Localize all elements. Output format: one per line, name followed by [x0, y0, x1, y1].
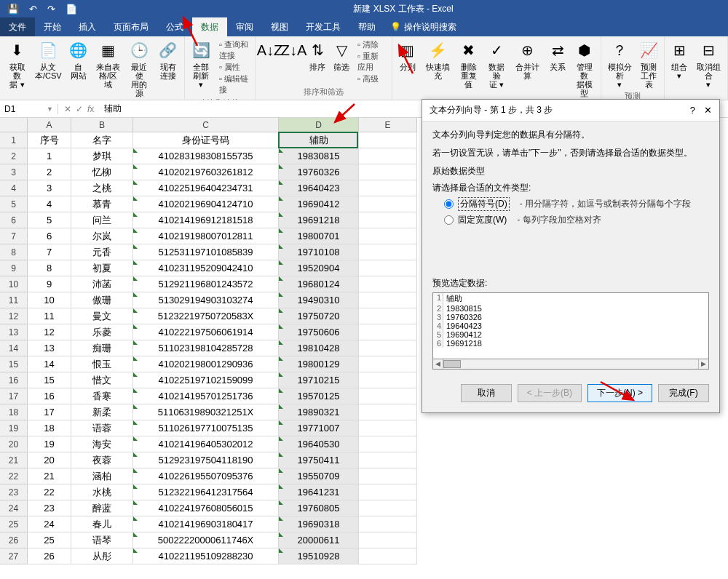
cell[interactable]	[359, 484, 417, 500]
cell[interactable]: 19800701	[279, 228, 359, 244]
dialog-title-bar[interactable]: 文本分列向导 - 第 1 步，共 3 步 ? ✕	[422, 100, 719, 121]
cell[interactable]: 尔岚	[71, 228, 133, 244]
cell[interactable]: 19690412	[279, 196, 359, 212]
cell[interactable]: 512921196801243572	[133, 276, 279, 292]
cell[interactable]: 512923197504118190	[133, 452, 279, 468]
cell[interactable]: 15	[28, 372, 71, 388]
cell[interactable]: 19680124	[279, 276, 359, 292]
cell[interactable]: 香寒	[71, 388, 133, 404]
cell[interactable]: 7	[28, 244, 71, 260]
cell[interactable]: 19641231	[279, 484, 359, 500]
ribbon-mini-item[interactable]: ▫ 查询和连接	[219, 39, 249, 61]
row-header[interactable]: 21	[0, 452, 28, 468]
cell[interactable]: 19510928	[279, 548, 359, 564]
cell[interactable]: 21	[28, 468, 71, 484]
tab-formula[interactable]: 公式	[157, 17, 192, 36]
ribbon-button[interactable]: ？模拟分析 ▾	[604, 38, 635, 90]
cell[interactable]: 语蓉	[71, 420, 133, 436]
cell[interactable]: 26	[28, 548, 71, 564]
cell[interactable]: 410214195701251736	[133, 388, 279, 404]
cell[interactable]: 5	[28, 212, 71, 228]
column-header[interactable]: D	[279, 118, 359, 132]
cell[interactable]: 16	[28, 388, 71, 404]
cell[interactable]: 512322196412317564	[133, 484, 279, 500]
save-icon[interactable]: 💾	[3, 4, 23, 15]
cell[interactable]: 41021419691218​1518	[133, 212, 279, 228]
cell[interactable]: 410202198001290936	[133, 356, 279, 372]
cell[interactable]: 醉蓝	[71, 500, 133, 516]
cell[interactable]: 沛菡	[71, 276, 133, 292]
cell[interactable]	[359, 340, 417, 356]
ribbon-button[interactable]: 📄从文 本/CSV	[33, 38, 63, 81]
column-header[interactable]: B	[71, 118, 133, 132]
row-header[interactable]: 25	[0, 516, 28, 532]
print-icon[interactable]: 📄	[61, 4, 82, 15]
tab-insert[interactable]: 插入	[70, 17, 105, 36]
ribbon-button[interactable]: Z↓A	[282, 38, 305, 64]
cell[interactable]: 410202197603261812	[133, 164, 279, 180]
cell[interactable]: 19570125	[279, 388, 359, 404]
cell[interactable]	[359, 132, 417, 148]
cell[interactable]	[359, 180, 417, 196]
cell[interactable]	[359, 420, 417, 436]
fx-icon[interactable]: fx	[87, 104, 94, 114]
cell[interactable]: 8	[28, 260, 71, 276]
cell[interactable]: 19691218	[279, 212, 359, 228]
cancel-button[interactable]: 取消	[461, 384, 512, 402]
row-header[interactable]: 15	[0, 356, 28, 372]
ribbon-button[interactable]: ▥分列	[395, 38, 420, 73]
row-header[interactable]: 9	[0, 260, 28, 276]
help-icon[interactable]: ?	[690, 105, 695, 116]
row-header[interactable]: 16	[0, 372, 28, 388]
cell[interactable]: 从彤	[71, 548, 133, 564]
ribbon-button[interactable]: ▽筛选	[331, 38, 353, 73]
cell[interactable]	[359, 276, 417, 292]
row-header[interactable]: 26	[0, 532, 28, 548]
row-header[interactable]: 2	[0, 148, 28, 164]
row-header[interactable]: 12	[0, 308, 28, 324]
ribbon-button[interactable]: 🕒最近使 用的源	[125, 38, 154, 99]
scroll-left-icon[interactable]: ◀	[433, 359, 443, 369]
cell[interactable]	[359, 516, 417, 532]
cell[interactable]: 名字	[71, 132, 133, 148]
cell[interactable]: 19710215	[279, 372, 359, 388]
cell[interactable]: 14	[28, 356, 71, 372]
cell[interactable]	[359, 212, 417, 228]
cell[interactable]: 25	[28, 532, 71, 548]
cell[interactable]: 海安	[71, 436, 133, 452]
cell[interactable]	[359, 164, 417, 180]
tab-review[interactable]: 审阅	[227, 17, 262, 36]
undo-icon[interactable]: ↶	[25, 4, 41, 15]
cell[interactable]: 11	[28, 308, 71, 324]
cell[interactable]: 19760805	[279, 500, 359, 516]
cell[interactable]: 20000611	[279, 532, 359, 548]
cell[interactable]: 4	[28, 196, 71, 212]
row-header[interactable]: 1	[0, 132, 28, 148]
ribbon-button[interactable]: ⬇获取数 据 ▾	[3, 38, 31, 90]
cancel-icon[interactable]: ✕	[64, 104, 71, 114]
cell[interactable]: 19800129	[279, 356, 359, 372]
cell[interactable]: 19830815	[279, 148, 359, 164]
cell[interactable]: 17	[28, 404, 71, 420]
cell[interactable]: 19640530	[279, 436, 359, 452]
cell[interactable]: 10	[28, 292, 71, 308]
ribbon-mini-item[interactable]: ▫ 清除	[357, 39, 386, 50]
cell[interactable]: 19490310	[279, 292, 359, 308]
cell[interactable]: 513029194903103274	[133, 292, 279, 308]
cell[interactable]	[359, 308, 417, 324]
cell[interactable]: 410224197608056015	[133, 500, 279, 516]
cell[interactable]: 春儿	[71, 516, 133, 532]
column-header[interactable]: A	[28, 118, 71, 132]
tab-file[interactable]: 文件	[0, 17, 35, 36]
tab-help[interactable]: 帮助	[349, 17, 384, 36]
cell[interactable]	[359, 372, 417, 388]
row-header[interactable]: 23	[0, 484, 28, 500]
cell[interactable]: 痴珊	[71, 340, 133, 356]
cell[interactable]	[359, 356, 417, 372]
cell[interactable]: 19520904	[279, 260, 359, 276]
cell[interactable]: 13	[28, 340, 71, 356]
next-button[interactable]: 下一步(N) >	[587, 384, 652, 402]
ribbon-button[interactable]: 🌐自 网站	[65, 38, 91, 81]
row-header[interactable]: 18	[0, 404, 28, 420]
cell[interactable]: 涵柏	[71, 468, 133, 484]
